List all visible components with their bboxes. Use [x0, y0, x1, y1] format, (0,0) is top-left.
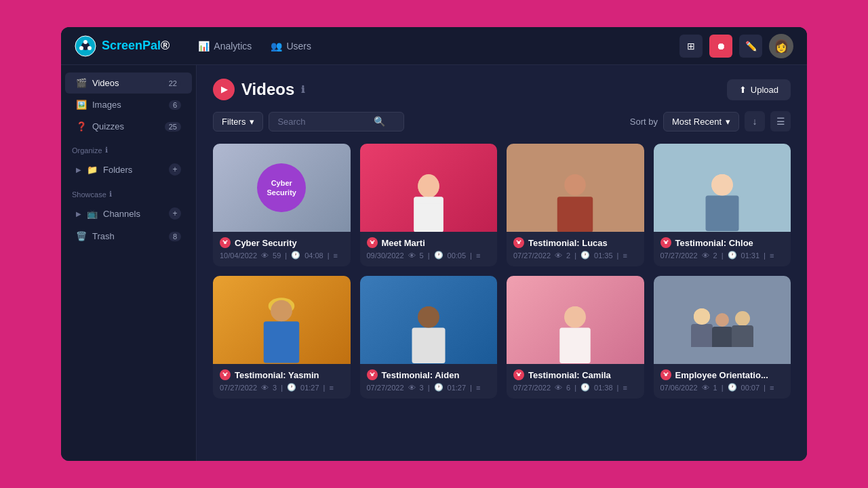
svg-rect-37: [264, 321, 300, 363]
video-title: Testimonial: Chloe: [660, 237, 785, 248]
svg-rect-13: [416, 198, 442, 204]
menu-dots-icon[interactable]: ≡: [476, 251, 480, 260]
share-icon: [513, 237, 524, 248]
menu-dots-icon[interactable]: ≡: [329, 384, 333, 392]
svg-point-29: [711, 174, 733, 196]
main-layout: 🎬 Videos 22 🖼️ Images 6 ❓ Quizzes 25: [61, 65, 807, 461]
quizzes-badge: 25: [165, 122, 181, 131]
video-card-6[interactable]: Testimonial: Aiden 07/27/2022 👁 3 | 🕐 01…: [360, 276, 498, 399]
list-icon: ☰: [776, 116, 785, 127]
search-button[interactable]: 🔍: [374, 116, 385, 127]
edit-icon-btn[interactable]: ✏️: [739, 35, 762, 58]
video-meta: 09/30/2022 👁 5 | 🕐 00:05 | ≡: [367, 251, 491, 260]
clock-icon: 🕐: [728, 383, 737, 392]
channels-icon: 📺: [87, 209, 98, 219]
video-thumb: [507, 276, 644, 364]
views-icon: 👁: [555, 251, 562, 260]
menu-dots-icon[interactable]: ≡: [770, 251, 774, 260]
views-icon: 👁: [702, 384, 709, 392]
views-icon: 👁: [261, 384, 269, 392]
avatar[interactable]: 👩: [769, 34, 793, 58]
video-card-8[interactable]: Employee Orientatio... 07/06/2022 👁 1 | …: [654, 276, 791, 399]
info-icon-organize: ℹ: [105, 146, 108, 155]
video-card-1[interactable]: CyberSecurity Cyber Security 10/04/2022 …: [213, 144, 351, 266]
clock-icon: 🕐: [434, 251, 443, 260]
menu-dots-icon[interactable]: ≡: [334, 251, 338, 260]
video-card-5[interactable]: Testimonial: Yasmin 07/27/2022 👁 3 | 🕐 0…: [213, 276, 351, 399]
video-title: Meet Marti: [367, 237, 491, 248]
content-area: ▶ Videos ℹ ⬆ Upload Filters ▾: [197, 65, 807, 461]
logo: ScreenPal®: [75, 35, 170, 57]
sidebar-item-channels[interactable]: ▶ 📺 Channels +: [65, 202, 192, 225]
nav-users[interactable]: 👥 Users: [262, 37, 319, 56]
svg-point-46: [418, 306, 439, 328]
filters-dropdown[interactable]: Filters ▾: [213, 112, 263, 131]
video-thumb: [360, 144, 498, 232]
svg-point-64: [715, 313, 729, 327]
menu-dots-icon[interactable]: ≡: [476, 384, 480, 392]
menu-dots-icon[interactable]: ≡: [623, 251, 627, 260]
add-channel-btn[interactable]: +: [169, 207, 181, 220]
sort-order-btn[interactable]: ↓: [745, 111, 765, 131]
share-icon: [220, 237, 231, 248]
app-window: ScreenPal® 📊 Analytics 👥 Users ⊞ ⏺ ✏️ �: [61, 27, 807, 461]
svg-point-63: [694, 308, 710, 325]
video-thumb: CyberSecurity: [213, 144, 351, 232]
video-info: Testimonial: Aiden 07/27/2022 👁 3 | 🕐 01…: [360, 364, 498, 399]
capture-icon: ⊞: [687, 41, 695, 52]
sidebar-item-trash[interactable]: 🗑️ Trash 8: [65, 226, 192, 247]
svg-point-12: [418, 176, 439, 197]
play-icon: ▶: [213, 79, 235, 100]
nav-items: 📊 Analytics 👥 Users: [190, 37, 679, 56]
add-folder-btn[interactable]: +: [169, 163, 181, 176]
logo-text: ScreenPal®: [102, 39, 170, 53]
sidebar: 🎬 Videos 22 🖼️ Images 6 ❓ Quizzes 25: [61, 65, 197, 461]
clock-icon: 🕐: [728, 251, 737, 260]
share-icon: [367, 237, 378, 248]
sidebar-item-images[interactable]: 🖼️ Images 6: [65, 94, 192, 115]
menu-dots-icon[interactable]: ≡: [770, 384, 774, 392]
video-meta: 07/27/2022 👁 6 | 🕐 01:38 | ≡: [513, 383, 637, 392]
svg-rect-28: [705, 196, 738, 232]
video-card-7[interactable]: Testimonial: Camila 07/27/2022 👁 6 | 🕐 0…: [507, 276, 644, 399]
svg-point-4: [79, 46, 83, 50]
chevron-folders-icon: ▶: [76, 166, 81, 174]
list-view-btn[interactable]: ☰: [770, 111, 791, 131]
video-card-2[interactable]: Meet Marti 09/30/2022 👁 5 | 🕐 00:05 | ≡: [360, 144, 498, 266]
share-icon: [220, 369, 231, 380]
video-info: Testimonial: Chloe 07/27/2022 👁 2 | 🕐 01…: [654, 232, 791, 266]
video-title: Testimonial: Lucas: [513, 237, 637, 248]
sidebar-item-quizzes[interactable]: ❓ Quizzes 25: [65, 116, 192, 137]
sidebar-item-folders[interactable]: ▶ 📁 Folders +: [65, 158, 192, 181]
svg-point-54: [565, 306, 587, 328]
video-title: Cyber Security: [220, 237, 344, 248]
record-icon: ⏺: [716, 41, 726, 52]
clock-icon: 🕐: [580, 251, 590, 260]
sidebar-item-videos[interactable]: 🎬 Videos 22: [65, 73, 192, 94]
upload-button[interactable]: ⬆ Upload: [727, 79, 791, 100]
video-info: Testimonial: Camila 07/27/2022 👁 6 | 🕐 0…: [507, 364, 644, 399]
sort-dropdown[interactable]: Most Recent ▾: [663, 112, 739, 131]
video-card-4[interactable]: Testimonial: Chloe 07/27/2022 👁 2 | 🕐 01…: [654, 144, 791, 266]
sort-bar: Sort by Most Recent ▾ ↓ ☰: [630, 111, 791, 131]
video-card-3[interactable]: Testimonial: Lucas 07/27/2022 👁 2 | 🕐 01…: [507, 144, 644, 266]
users-icon: 👥: [271, 41, 282, 52]
video-info: Testimonial: Yasmin 07/27/2022 👁 3 | 🕐 0…: [213, 364, 351, 399]
search-input[interactable]: [275, 113, 370, 131]
chevron-channels-icon: ▶: [76, 210, 81, 218]
search-box: 🔍: [269, 112, 404, 131]
trash-badge: 8: [169, 232, 181, 241]
video-title: Testimonial: Yasmin: [220, 369, 344, 380]
chevron-sort-icon: ▾: [726, 117, 730, 127]
showcase-section-label: Showcase ℹ: [61, 182, 196, 201]
filter-bar: Filters ▾ 🔍 Sort by Most Recent ▾: [213, 111, 791, 131]
views-icon: 👁: [702, 251, 709, 260]
menu-dots-icon[interactable]: ≡: [623, 384, 627, 392]
svg-rect-45: [412, 328, 445, 364]
record-icon-btn[interactable]: ⏺: [709, 35, 732, 58]
trash-icon: 🗑️: [76, 231, 87, 241]
views-icon: 👁: [555, 384, 562, 392]
capture-icon-btn[interactable]: ⊞: [679, 35, 703, 58]
share-icon: [367, 369, 378, 380]
nav-analytics[interactable]: 📊 Analytics: [190, 37, 260, 56]
